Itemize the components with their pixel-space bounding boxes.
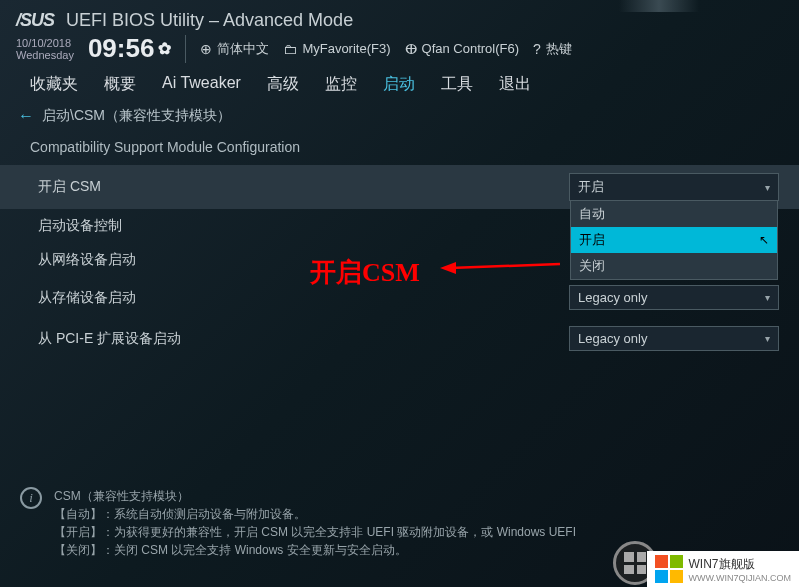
setting-label: 从 PCI-E 扩展设备启动 — [38, 330, 569, 348]
fan-icon: ⴲ — [405, 41, 417, 57]
tab-monitor[interactable]: 监控 — [325, 74, 357, 95]
annotation-text: 开启CSM — [310, 255, 420, 290]
section-title: Compatibility Support Module Configurati… — [0, 133, 799, 165]
watermark: WIN7旗舰版 WWW.WIN7QIJIAN.COM — [647, 551, 800, 587]
annotation-arrow-icon — [440, 258, 570, 278]
dropdown-option-enabled[interactable]: 开启 ↖ — [571, 227, 777, 253]
tab-favorites[interactable]: 收藏夹 — [30, 74, 78, 95]
date-label: 10/10/2018 — [16, 37, 71, 49]
windows-logo-icon — [655, 555, 683, 583]
tab-main[interactable]: 概要 — [104, 74, 136, 95]
qfan-button[interactable]: ⴲ Qfan Control(F6) — [405, 41, 520, 57]
setting-label: 从存储设备启动 — [38, 289, 569, 307]
help-title: CSM（兼容性支持模块） — [54, 487, 576, 505]
globe-icon: ⊕ — [200, 41, 212, 57]
back-arrow-icon[interactable]: ← — [18, 107, 34, 125]
help-line1: 【自动】：系统自动侦测启动设备与附加设备。 — [54, 505, 576, 523]
dropdown-option-auto[interactable]: 自动 — [571, 201, 777, 227]
help-line3: 【关闭】：关闭 CSM 以完全支持 Windows 安全更新与安全启动。 — [54, 541, 576, 559]
main-tabs: 收藏夹 概要 Ai Tweaker 高级 监控 启动 工具 退出 — [0, 64, 799, 99]
watermark-text: WIN7旗舰版 — [689, 556, 792, 573]
tab-boot[interactable]: 启动 — [383, 74, 415, 95]
chevron-down-icon: ▾ — [765, 292, 770, 303]
pcie-dropdown[interactable]: Legacy only ▾ — [569, 326, 779, 351]
asus-logo: /SUS — [16, 10, 54, 31]
help-footer: i CSM（兼容性支持模块） 【自动】：系统自动侦测启动设备与附加设备。 【开启… — [20, 487, 779, 559]
hotkey-button[interactable]: ? 热键 — [533, 40, 572, 58]
dropdown-option-disabled[interactable]: 关闭 — [571, 253, 777, 279]
day-label: Wednesday — [16, 49, 74, 61]
gear-icon[interactable]: ✿ — [158, 39, 171, 58]
setting-csm[interactable]: 开启 CSM 开启 ▾ 自动 开启 ↖ 关闭 — [0, 165, 799, 209]
storage-dropdown[interactable]: Legacy only ▾ — [569, 285, 779, 310]
setting-label: 开启 CSM — [38, 178, 569, 196]
tab-tool[interactable]: 工具 — [441, 74, 473, 95]
tab-advanced[interactable]: 高级 — [267, 74, 299, 95]
csm-dropdown[interactable]: 开启 ▾ 自动 开启 ↖ 关闭 — [569, 173, 779, 201]
datetime-block: 10/10/2018 Wednesday — [16, 37, 74, 61]
svg-line-0 — [450, 264, 560, 268]
chevron-down-icon: ▾ — [765, 182, 770, 193]
info-icon: i — [20, 487, 42, 509]
help-line2: 【开启】：为获得更好的兼容性，开启 CSM 以完全支持非 UEFI 驱动附加设备… — [54, 523, 576, 541]
cursor-icon: ↖ — [759, 233, 769, 247]
chevron-down-icon: ▾ — [765, 333, 770, 344]
watermark-url: WWW.WIN7QIJIAN.COM — [689, 573, 792, 583]
breadcrumb[interactable]: ← 启动\CSM（兼容性支持模块） — [0, 99, 799, 133]
question-icon: ? — [533, 41, 541, 57]
time-display[interactable]: 09:56 ✿ — [88, 33, 172, 64]
tab-aitweaker[interactable]: Ai Tweaker — [162, 74, 241, 95]
folder-icon: 🗀 — [283, 41, 297, 57]
setting-pcie-boot[interactable]: 从 PCI-E 扩展设备启动 Legacy only ▾ — [0, 318, 799, 359]
language-selector[interactable]: ⊕ 简体中文 — [200, 40, 269, 58]
tab-exit[interactable]: 退出 — [499, 74, 531, 95]
svg-marker-1 — [440, 262, 456, 274]
myfavorite-button[interactable]: 🗀 MyFavorite(F3) — [283, 41, 390, 57]
bios-title: UEFI BIOS Utility – Advanced Mode — [66, 10, 353, 31]
dropdown-menu: 自动 开启 ↖ 关闭 — [570, 200, 778, 280]
breadcrumb-text: 启动\CSM（兼容性支持模块） — [42, 107, 231, 125]
